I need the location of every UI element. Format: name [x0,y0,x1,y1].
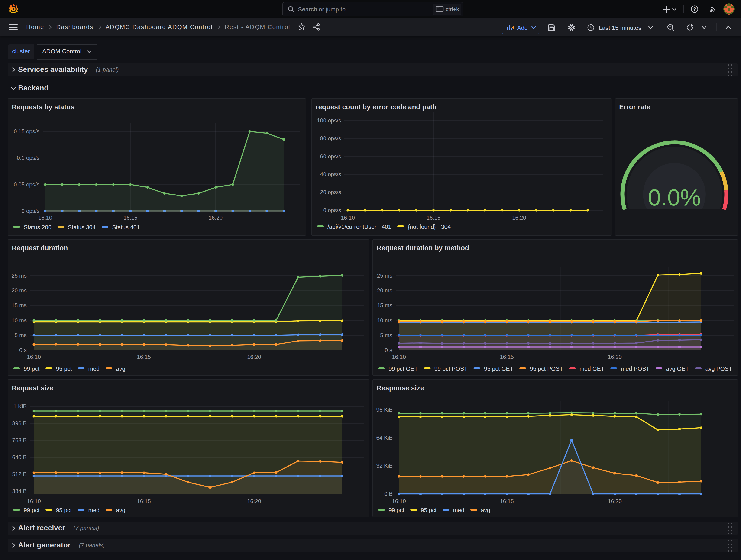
svg-text:5 ms: 5 ms [380,332,392,338]
svg-text:16:10: 16:10 [341,215,355,221]
svg-text:100 ops/s: 100 ops/s [317,117,341,124]
svg-text:Error rate: Error rate [619,103,650,110]
svg-text:15 ms: 15 ms [377,302,392,308]
svg-text:Request size: Request size [12,384,54,392]
svg-text:avg: avg [116,507,125,513]
svg-text:40 ops/s: 40 ops/s [320,171,341,177]
svg-text:20 ms: 20 ms [377,287,392,294]
svg-text:16:15: 16:15 [426,215,441,221]
svg-text:80 ops/s: 80 ops/s [320,135,341,142]
svg-text:avg: avg [481,507,490,513]
svg-text:95 pct GET: 95 pct GET [484,366,513,372]
svg-text:16:10: 16:10 [392,354,406,360]
svg-text:768 B: 768 B [12,437,27,444]
svg-text:20 ms: 20 ms [12,287,27,294]
svg-text:10 ms: 10 ms [12,317,27,323]
svg-text:96 KiB: 96 KiB [376,406,393,413]
svg-text:0.1 ops/s: 0.1 ops/s [17,155,40,161]
svg-text:16:10: 16:10 [38,215,52,221]
svg-text:Response size: Response size [377,384,424,392]
svg-text:med: med [453,507,464,513]
svg-text:99 pct POST: 99 pct POST [434,366,467,372]
svg-text:384 B: 384 B [12,488,27,494]
svg-text:Status 304: Status 304 [68,224,96,231]
svg-text:16:10: 16:10 [392,498,406,504]
svg-text:25 ms: 25 ms [12,272,27,279]
svg-text:5 ms: 5 ms [15,332,27,338]
svg-text:896 B: 896 B [12,420,27,426]
svg-text:16:20: 16:20 [608,498,622,504]
svg-text:16:10: 16:10 [27,498,41,504]
svg-text:10 ms: 10 ms [377,317,392,323]
svg-text:95 pct: 95 pct [56,366,72,372]
svg-text:request count by error code an: request count by error code and path [316,103,436,110]
svg-text:0.0%: 0.0% [648,184,701,210]
svg-text:med POST: med POST [621,366,650,372]
svg-text:0 B: 0 B [384,491,393,497]
svg-text:32 KiB: 32 KiB [376,463,393,469]
svg-text:16:15: 16:15 [137,354,151,360]
svg-text:med GET: med GET [580,366,604,372]
svg-text:avg POST: avg POST [705,366,732,372]
svg-text:Request duration: Request duration [12,244,68,252]
svg-text:16:15: 16:15 [137,498,151,504]
svg-text:Request duration by method: Request duration by method [377,244,469,252]
svg-text:16:20: 16:20 [209,215,222,221]
svg-text:med: med [88,366,99,372]
svg-text:99 pct: 99 pct [24,366,40,372]
svg-text:16:15: 16:15 [124,215,137,221]
svg-text:95 pct POST: 95 pct POST [530,366,563,372]
svg-text:16:15: 16:15 [500,354,514,360]
svg-text:/api/v1/currentUser - 401: /api/v1/currentUser - 401 [327,224,391,230]
svg-text:{not found} - 304: {not found} - 304 [408,224,451,230]
svg-text:15 ms: 15 ms [12,302,27,308]
svg-text:?: ? [693,6,696,12]
svg-text:25 ms: 25 ms [377,272,392,279]
svg-text:1 KiB: 1 KiB [13,403,27,409]
svg-text:0 ops/s: 0 ops/s [323,207,341,213]
svg-text:16:15: 16:15 [500,498,514,504]
svg-text:Requests by status: Requests by status [12,103,74,110]
svg-text:Status 200: Status 200 [24,224,52,231]
svg-text:512 B: 512 B [12,471,27,477]
svg-text:64 KiB: 64 KiB [376,434,393,441]
svg-text:avg: avg [116,366,125,372]
svg-text:99 pct: 99 pct [389,507,404,513]
svg-text:95 pct: 95 pct [421,507,436,513]
svg-text:0 s: 0 s [385,347,392,353]
svg-text:640 B: 640 B [12,454,27,460]
svg-text:0.15 ops/s: 0.15 ops/s [14,128,40,135]
svg-text:16:20: 16:20 [512,215,526,221]
svg-text:16:20: 16:20 [247,498,261,504]
svg-text:99 pct: 99 pct [24,507,40,513]
svg-text:16:20: 16:20 [608,354,622,360]
svg-text:20 ops/s: 20 ops/s [320,189,341,195]
svg-text:99 pct GET: 99 pct GET [389,366,418,372]
svg-text:0.05 ops/s: 0.05 ops/s [14,181,40,187]
svg-text:0 ops/s: 0 ops/s [21,208,40,214]
svg-text:0 s: 0 s [19,347,27,353]
svg-text:16:20: 16:20 [247,354,261,360]
svg-text:95 pct: 95 pct [56,507,72,513]
svg-text:16:10: 16:10 [27,354,41,360]
svg-text:med: med [88,507,99,513]
svg-text:60 ops/s: 60 ops/s [320,153,341,160]
svg-text:Status 401: Status 401 [112,224,140,231]
svg-text:avg GET: avg GET [666,366,689,372]
